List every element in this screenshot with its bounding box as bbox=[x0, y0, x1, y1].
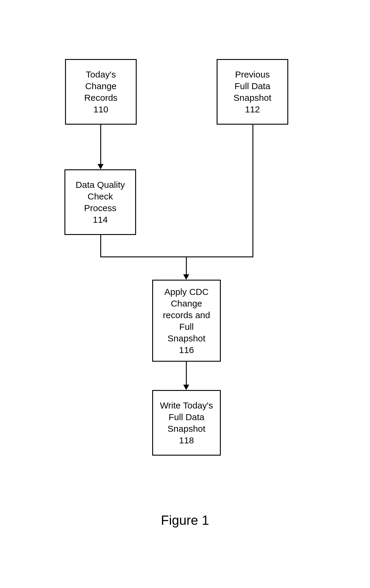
arrowhead-icon bbox=[183, 385, 189, 390]
box-data-quality-check-process: Data Quality Check Process 114 bbox=[64, 169, 136, 235]
arrow-connector bbox=[252, 125, 253, 257]
box-text: Snapshot bbox=[168, 332, 206, 344]
box-text: Full bbox=[179, 321, 194, 332]
box-text: Change bbox=[171, 298, 202, 309]
arrow-connector bbox=[186, 256, 187, 274]
box-text: records and bbox=[163, 309, 210, 321]
box-write-todays-snapshot: Write Today's Full Data Snapshot 118 bbox=[152, 390, 221, 456]
box-text: Snapshot bbox=[234, 92, 272, 103]
box-text: Full Data bbox=[235, 80, 270, 92]
box-number: 112 bbox=[245, 103, 260, 115]
box-number: 118 bbox=[179, 434, 194, 446]
box-text: Full Data bbox=[169, 411, 204, 423]
arrow-connector bbox=[186, 256, 253, 257]
arrow-connector bbox=[100, 125, 101, 164]
box-number: 116 bbox=[179, 344, 194, 356]
box-text: Check bbox=[87, 191, 113, 202]
box-text: Change bbox=[85, 80, 116, 92]
arrow-connector bbox=[100, 256, 186, 257]
arrow-connector bbox=[100, 235, 101, 257]
box-todays-change-records: Today's Change Records 110 bbox=[65, 59, 137, 125]
box-previous-full-data-snapshot: Previous Full Data Snapshot 112 bbox=[217, 59, 288, 125]
box-text: Process bbox=[84, 202, 116, 214]
arrow-connector bbox=[186, 362, 187, 385]
arrowhead-icon bbox=[183, 274, 189, 280]
box-text: Previous bbox=[235, 69, 270, 80]
box-text: Data Quality bbox=[75, 179, 125, 191]
box-text: Snapshot bbox=[168, 423, 206, 434]
figure-label: Figure 1 bbox=[149, 513, 221, 528]
box-apply-cdc: Apply CDC Change records and Full Snapsh… bbox=[152, 280, 221, 362]
box-text: Records bbox=[84, 92, 118, 103]
box-number: 114 bbox=[93, 214, 108, 225]
box-text: Apply CDC bbox=[164, 286, 209, 298]
box-text: Write Today's bbox=[160, 400, 213, 411]
box-number: 110 bbox=[93, 103, 108, 115]
arrowhead-icon bbox=[98, 164, 104, 169]
box-text: Today's bbox=[86, 69, 116, 80]
